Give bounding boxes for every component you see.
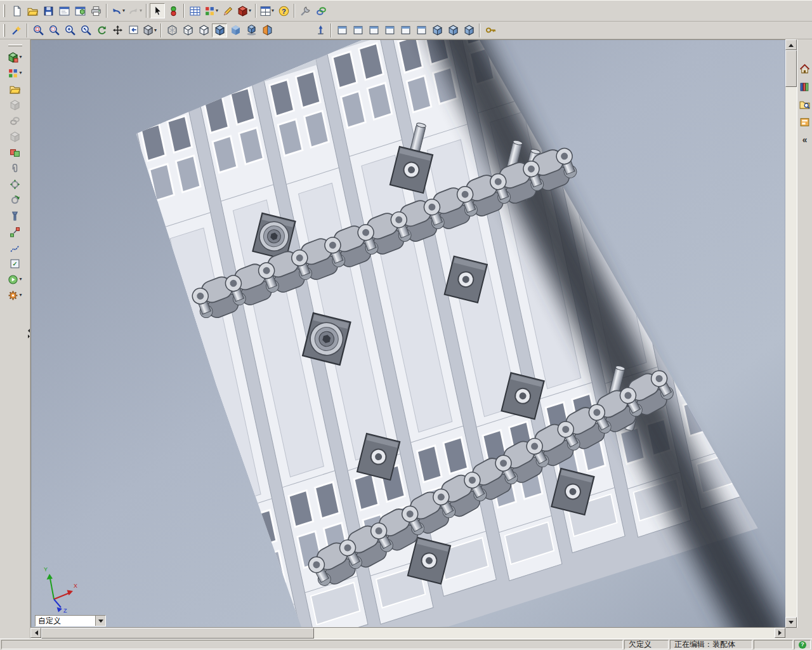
move-component-button[interactable] <box>8 176 23 192</box>
help-button[interactable]: ? <box>276 3 291 18</box>
trimetric-view-button[interactable] <box>445 23 461 37</box>
view-settings-dropdown-arrow[interactable]: ▾ <box>272 8 274 13</box>
open-button[interactable] <box>25 3 40 18</box>
zoom-to-fit-button[interactable] <box>30 23 46 37</box>
shaded-with-edges-button[interactable] <box>212 23 227 37</box>
edit-color-dropdown-arrow[interactable]: ▾ <box>216 8 218 13</box>
design-library-button[interactable] <box>798 80 811 93</box>
previous-view-button[interactable] <box>126 23 141 37</box>
new-motion-study-dropdown-arrow[interactable]: ▾ <box>19 277 22 282</box>
interference-detection-button[interactable] <box>8 145 23 160</box>
scroll-right-button[interactable] <box>775 628 785 638</box>
graphics-area[interactable]: Y X Z 自定义 <box>30 39 785 628</box>
file-explorer-icon <box>799 99 810 110</box>
back-view-button[interactable] <box>350 23 365 37</box>
toolbar-grip[interactable] <box>3 24 5 37</box>
left-view-button[interactable] <box>366 23 381 37</box>
edit-component-button[interactable] <box>8 97 23 112</box>
front-view-button[interactable] <box>334 23 350 37</box>
toolbox-button[interactable] <box>298 3 313 18</box>
horizontal-scrollbar[interactable] <box>30 628 785 639</box>
top-view-button[interactable] <box>398 23 413 37</box>
hidden-lines-removed-button[interactable] <box>196 23 211 37</box>
horizontal-scroll-thumb[interactable] <box>41 628 314 639</box>
assembly-xpert-button[interactable]: ✓ <box>8 256 23 271</box>
shaded-button[interactable] <box>228 23 243 37</box>
undo-button[interactable]: ▾ <box>110 3 126 18</box>
zoom-in-out-button[interactable] <box>62 23 77 37</box>
change-suppression-state-button[interactable] <box>8 129 23 144</box>
explode-line-sketch-icon <box>10 242 20 253</box>
normal-to-button[interactable] <box>313 23 328 37</box>
wireframe-button[interactable] <box>164 23 180 37</box>
redo-dropdown-arrow[interactable]: ▾ <box>140 8 142 13</box>
scroll-down-button[interactable] <box>785 617 797 628</box>
insert-component-dropdown-arrow[interactable]: ▾ <box>19 55 22 60</box>
make-drawing-from-part-button[interactable] <box>56 3 72 18</box>
rotate-component-icon <box>10 195 20 206</box>
design-table-button[interactable] <box>187 3 202 18</box>
view-settings-button[interactable]: ▾ <box>259 3 275 18</box>
file-explorer-button[interactable] <box>798 98 811 111</box>
right-view-button[interactable] <box>382 23 397 37</box>
component-appearance-dropdown-arrow[interactable]: ▾ <box>19 70 22 76</box>
edit-texture-button[interactable] <box>220 3 235 18</box>
component-appearance-button[interactable]: ▾ <box>6 65 23 81</box>
help-icon[interactable]: ? <box>799 641 806 649</box>
shadows-in-shaded-mode-button[interactable] <box>244 23 259 37</box>
dimetric-view-button[interactable] <box>461 23 476 37</box>
explode-line-sketch-button[interactable] <box>8 240 23 255</box>
print-button[interactable] <box>88 3 103 18</box>
scroll-up-button[interactable] <box>785 39 797 50</box>
standard-views-dropdown-arrow[interactable]: ▾ <box>154 28 157 33</box>
select-button[interactable] <box>150 3 165 18</box>
edit-material-dropdown-arrow[interactable]: ▾ <box>249 8 251 13</box>
zoom-to-selection-button[interactable] <box>78 23 93 37</box>
toolbar-grip[interactable] <box>3 4 5 17</box>
toolbar-grip[interactable] <box>8 44 22 46</box>
back-view-icon <box>353 25 363 36</box>
scroll-left-button[interactable] <box>30 628 41 638</box>
simulation-button[interactable]: ▾ <box>6 288 23 303</box>
sketch-button[interactable] <box>9 23 24 37</box>
isometric-view-button[interactable] <box>429 23 445 37</box>
triad-y-label: Y <box>44 566 48 573</box>
new-motion-study-button[interactable]: ▾ <box>6 272 23 287</box>
collapse-task-pane-button[interactable]: « <box>798 133 811 147</box>
zoom-to-area-button[interactable] <box>46 23 62 37</box>
combobox-dropdown-button[interactable] <box>95 616 105 626</box>
smart-component-button[interactable] <box>8 81 23 96</box>
mate-button[interactable] <box>8 161 23 176</box>
section-view-button[interactable] <box>259 23 275 37</box>
hidden-lines-visible-button[interactable] <box>180 23 195 37</box>
rebuild-button[interactable] <box>166 3 181 18</box>
save-button[interactable] <box>41 3 56 18</box>
open-icon <box>27 6 38 17</box>
pan-button[interactable] <box>110 23 125 37</box>
rotate-component-button[interactable] <box>8 192 23 208</box>
panel-splitter-handle[interactable] <box>27 325 31 342</box>
edit-color-button[interactable]: ▾ <box>203 3 219 18</box>
smart-fasteners-button[interactable] <box>8 208 23 223</box>
vertical-scroll-thumb[interactable] <box>785 50 797 87</box>
insert-component-button[interactable]: ▾ <box>6 50 23 65</box>
redo-button[interactable]: ▾ <box>127 3 143 18</box>
vertical-scrollbar[interactable] <box>785 39 797 628</box>
standard-views-button[interactable]: ▾ <box>141 23 158 37</box>
undo-dropdown-arrow[interactable]: ▾ <box>122 8 125 13</box>
exploded-view-button[interactable] <box>8 224 23 239</box>
new-document-button[interactable] <box>9 3 24 18</box>
edit-material-button[interactable]: ▾ <box>236 3 252 18</box>
no-external-references-button[interactable] <box>8 113 23 128</box>
view-orientation-button[interactable] <box>483 23 498 37</box>
solidworks-resources-button[interactable] <box>798 62 811 76</box>
make-assembly-from-part-button[interactable] <box>72 3 88 18</box>
hyperlink-button[interactable] <box>313 3 329 18</box>
rotate-view-button[interactable] <box>94 23 109 37</box>
bottom-view-button[interactable] <box>414 23 429 37</box>
hidden-lines-removed-icon <box>199 25 209 36</box>
zoom-to-fit-icon <box>33 25 44 36</box>
simulation-dropdown-arrow[interactable]: ▾ <box>19 293 22 298</box>
view-palette-button[interactable] <box>798 116 811 129</box>
view-orientation-combobox[interactable]: 自定义 <box>35 615 106 627</box>
